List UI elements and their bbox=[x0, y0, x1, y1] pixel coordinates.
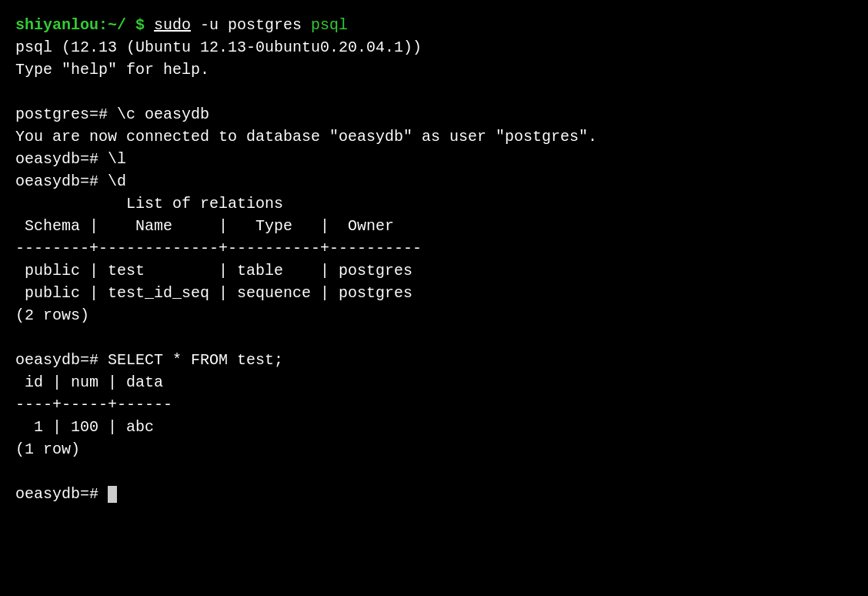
terminal-window: shiyanlou:~/ $ sudo -u postgres psql psq… bbox=[0, 0, 868, 596]
line-4 bbox=[15, 81, 853, 103]
cursor-block bbox=[108, 486, 117, 503]
line-7: oeasydb=# \l bbox=[15, 148, 853, 170]
line-10: Schema | Name | Type | Owner bbox=[15, 215, 853, 237]
line-6: You are now connected to database "oeasy… bbox=[15, 126, 853, 148]
line-11: --------+-------------+----------+------… bbox=[15, 237, 853, 259]
line-20: (1 row) bbox=[15, 438, 853, 460]
psql-cmd: psql bbox=[311, 16, 348, 34]
cmd-args: -u postgres bbox=[191, 16, 311, 34]
line-3: Type "help" for help. bbox=[15, 59, 853, 81]
line-22[interactable]: oeasydb=# bbox=[15, 483, 853, 505]
line-16: oeasydb=# SELECT * FROM test; bbox=[15, 349, 853, 371]
prompt-user: shiyanlou:~/ $ bbox=[15, 16, 154, 34]
line-17: id | num | data bbox=[15, 371, 853, 393]
line-21 bbox=[15, 460, 853, 483]
line-18: ----+-----+------ bbox=[15, 393, 853, 416]
line-1: shiyanlou:~/ $ sudo -u postgres psql bbox=[15, 14, 853, 36]
line-5: postgres=# \c oeasydb bbox=[15, 103, 853, 126]
line-9: List of relations bbox=[15, 193, 853, 215]
line-2: psql (12.13 (Ubuntu 12.13-0ubuntu0.20.04… bbox=[15, 36, 853, 59]
line-15 bbox=[15, 326, 853, 349]
line-12: public | test | table | postgres bbox=[15, 259, 853, 282]
line-13: public | test_id_seq | sequence | postgr… bbox=[15, 282, 853, 304]
line-8: oeasydb=# \d bbox=[15, 170, 853, 193]
final-prompt: oeasydb=# bbox=[15, 485, 108, 503]
sudo-cmd: sudo bbox=[154, 16, 191, 34]
line-19: 1 | 100 | abc bbox=[15, 416, 853, 438]
line-14: (2 rows) bbox=[15, 304, 853, 326]
